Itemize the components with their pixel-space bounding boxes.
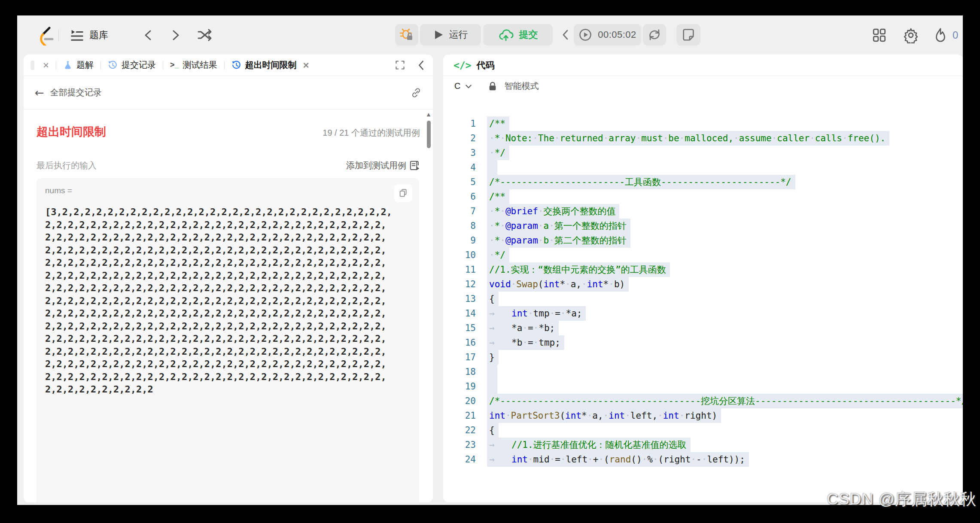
code-line[interactable]: 1/** [443,116,963,131]
code-line[interactable]: 18 [443,365,963,379]
code-line[interactable]: 10·*/ [443,248,963,262]
code-line-content[interactable]: /*-------------------------------------挖… [487,394,963,408]
submit-button[interactable]: 提交 [483,24,553,46]
code-line-content[interactable] [487,365,497,379]
code-line[interactable]: 2·*·Note:·The·returned·array·must·be·mal… [443,131,963,146]
line-number: 14 [443,306,483,321]
code-line[interactable]: 3·*/ [443,146,963,160]
code-editor[interactable]: 1/**2·*·Note:·The·returned·array·must·be… [443,96,963,502]
code-line[interactable]: 19 [443,379,963,394]
left-scrollbar[interactable]: ▲ [426,112,432,148]
daily-streak[interactable]: 0 [933,15,958,55]
language-select[interactable]: C [454,81,460,91]
code-line-content[interactable]: int·PartSort3(int*·a,·int·left,·int·righ… [487,408,721,423]
all-submissions-label[interactable]: 全部提交记录 [50,87,102,98]
code-line[interactable]: 8·*·@param·a·第一个整数的指针 [443,219,963,233]
code-tab-label[interactable]: 代码 [477,59,495,71]
code-line-content[interactable] [487,160,497,175]
code-line-content[interactable]: ·*·@param·b·第二个整数的指针 [487,233,630,248]
code-line-content[interactable]: →//1.进行基准值优化：随机化基准值的选取 [487,438,691,452]
timer-display[interactable]: 00:05:02 [574,24,641,46]
flask-icon [63,60,73,70]
code-line-content[interactable]: →*b·=·tmp; [487,335,564,350]
nav-prev-button[interactable] [143,15,154,55]
timer-reset-button[interactable] [643,24,666,46]
tab-label: 超出时间限制 [245,59,297,71]
expand-icon[interactable] [395,60,405,70]
shuffle-icon [197,28,212,43]
smart-mode-label[interactable]: 智能模式 [504,80,539,92]
code-line-content[interactable]: /** [487,116,509,131]
leetcode-logo[interactable] [37,26,55,46]
code-line[interactable]: 11//1.实现：“数组中元素的交换”的工具函数 [443,262,963,277]
code-line-content[interactable]: ·*·@brief·交换两个整数的值 [487,204,619,219]
run-button[interactable]: 运行 [420,24,481,46]
close-icon[interactable]: × [43,60,49,70]
code-line-content[interactable]: ·*·Note:·The·returned·array·must·be·mall… [487,131,889,146]
code-line[interactable]: 4 [443,160,963,175]
code-line-content[interactable]: ·*/ [487,248,509,262]
tab-solutions[interactable]: 题解 [63,59,94,71]
tab-label: 测试结果 [183,59,217,71]
link-icon[interactable] [411,87,422,98]
code-line-content[interactable]: →int·mid·=·left·+·(rand()·%·(right·-·lef… [487,452,749,467]
code-line[interactable]: 14→int·tmp·=·*a; [443,306,963,321]
history-icon [231,60,241,70]
code-line-content[interactable]: /*-----------------------工具函数-----------… [487,175,795,189]
timer-collapse-button[interactable] [558,24,573,46]
layout-button[interactable] [872,15,887,55]
partial-tab[interactable] [30,61,34,70]
lock-icon [488,81,497,91]
code-line[interactable]: 9·*·@param·b·第二个整数的指针 [443,233,963,248]
code-line-content[interactable]: { [487,292,499,306]
debug-button[interactable] [395,24,418,46]
code-line-content[interactable]: /** [487,189,509,204]
terminal-icon: >_ [170,61,179,70]
tab-submissions[interactable]: 提交记录 [108,59,156,71]
code-line-content[interactable]: ·*·@param·a·第一个整数的指针 [487,219,630,233]
code-line-content[interactable]: →*a·=·*b; [487,321,559,335]
code-line[interactable]: 21int·PartSort3(int*·a,·int·left,·int·ri… [443,408,963,423]
notes-button[interactable] [676,24,700,46]
code-line-content[interactable]: void·Swap(int*·a,·int*·b) [487,277,629,292]
code-line-content[interactable]: { [487,423,499,438]
code-line[interactable]: 15→*a·=·*b; [443,321,963,335]
add-to-tests-button[interactable]: 添加到测试用例 [346,159,420,171]
scroll-up-icon[interactable]: ▲ [426,112,432,117]
nav-next-button[interactable] [170,15,181,55]
code-line[interactable]: 24→int·mid·=·left·+·(rand()·%·(right·-·l… [443,452,963,467]
code-line[interactable]: 16→*b·=·tmp; [443,335,963,350]
code-line[interactable]: 6/** [443,189,963,204]
code-line[interactable]: 12void·Swap(int*·a,·int*·b) [443,277,963,292]
line-number: 16 [443,335,483,350]
chevron-down-icon[interactable] [465,83,472,90]
testcase-value[interactable]: [3,2,2,2,2,2,2,2,2,2,2,2,2,2,2,2,2,2,2,2… [45,206,394,396]
collapse-left-icon[interactable] [417,60,426,71]
problem-bank-button[interactable]: 题库 [70,15,108,55]
line-number: 1 [443,116,483,131]
close-icon[interactable]: × [303,60,309,70]
code-line[interactable]: 23→//1.进行基准值优化：随机化基准值的选取 [443,438,963,452]
copy-button[interactable] [394,184,412,202]
debug-lock-icon [399,27,414,43]
chevron-right-icon [170,29,181,42]
testcase-box[interactable]: nums = [3,2,2,2,2,2,2,2,2,2,2,2,2,2,2,2,… [37,178,419,502]
tab-label: 提交记录 [122,59,156,71]
code-line[interactable]: 20/*------------------------------------… [443,394,963,408]
tab-test-result[interactable]: >_ 测试结果 [170,59,217,71]
code-line-content[interactable]: →int·tmp·=·*a; [487,306,586,321]
tab-tle-result[interactable]: 超出时间限制 × [231,59,309,71]
code-line-content[interactable]: //1.实现：“数组中元素的交换”的工具函数 [487,262,670,277]
settings-button[interactable] [903,15,919,55]
code-line[interactable]: 13{ [443,292,963,306]
code-line-content[interactable]: } [487,350,499,365]
code-line[interactable]: 7·*·@brief·交换两个整数的值 [443,204,963,219]
code-line-content[interactable]: ·*/ [487,146,509,160]
scrollbar-thumb[interactable] [427,121,431,148]
code-line[interactable]: 22{ [443,423,963,438]
code-line[interactable]: 5/*-----------------------工具函数----------… [443,175,963,189]
random-question-button[interactable] [197,15,212,55]
code-line-content[interactable] [487,379,497,394]
back-arrow-icon[interactable]: ← [35,86,44,99]
code-line[interactable]: 17} [443,350,963,365]
